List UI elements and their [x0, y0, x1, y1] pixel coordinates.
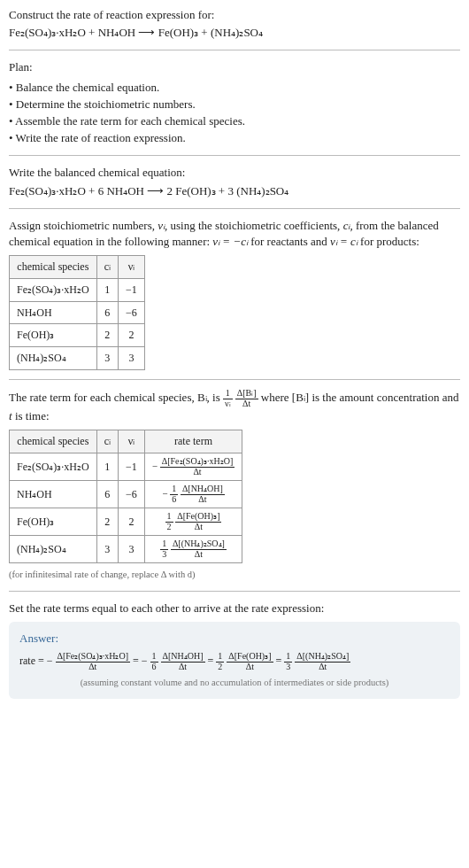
plan-title: Plan:	[9, 59, 460, 75]
frac-coef: 1 6	[150, 652, 158, 671]
cell-ci: 6	[96, 481, 118, 508]
col-ci: cᵢ	[96, 256, 118, 279]
cell-species: NH₄OH	[10, 301, 97, 324]
stoich-text: for reactants and	[248, 235, 330, 248]
col-nui: νᵢ	[119, 430, 145, 453]
plan-section: Plan: • Balance the chemical equation. •…	[9, 59, 460, 146]
plan-item: • Determine the stoichiometric numbers.	[9, 97, 460, 112]
table-header-row: chemical species cᵢ νᵢ rate term	[10, 430, 242, 453]
problem-statement: Construct the rate of reaction expressio…	[9, 7, 460, 41]
frac-conc: Δ[Fe₂(SO₄)₃·xH₂O] Δt	[160, 457, 234, 477]
cell-ci: 2	[96, 324, 118, 347]
frac-num: Δ[Fe(OH)₃]	[175, 512, 221, 523]
frac-num: 1	[170, 484, 178, 495]
frac-num: Δ[Fe₂(SO₄)₃·xH₂O]	[160, 457, 234, 468]
problem-title: Construct the rate of reaction expressio…	[9, 7, 460, 23]
rate-term-text: is time:	[12, 409, 50, 422]
frac-coef: 1 3	[284, 652, 292, 671]
frac-conc: Δ[Fe(OH)₃] Δt	[227, 652, 273, 671]
frac-conc: Δ[NH₄OH] Δt	[181, 484, 225, 504]
divider	[9, 591, 460, 592]
assumption-note: (assuming constant volume and no accumul…	[19, 677, 450, 690]
divider	[9, 208, 460, 209]
cell-ci: 3	[96, 536, 118, 563]
nu-neg-c: νᵢ = −cᵢ	[212, 235, 248, 248]
frac-num: 1	[150, 652, 158, 663]
frac-coef: 1 3	[160, 539, 168, 559]
balanced-title: Write the balanced chemical equation:	[9, 165, 460, 181]
set-equal-text: Set the rate terms equal to each other t…	[9, 601, 460, 616]
frac-coef: 1 2	[165, 512, 173, 531]
cell-nui: 2	[119, 324, 145, 347]
rate-expression: rate = − Δ[Fe₂(SO₄)₃·xH₂O] Δt = − 1 6 Δ[…	[19, 652, 450, 671]
table-row: Fe₂(SO₄)₃·xH₂O 1 −1 − Δ[Fe₂(SO₄)₃·xH₂O] …	[10, 453, 242, 481]
frac-den: Δt	[295, 663, 350, 672]
frac-coef: 1 6	[170, 484, 178, 504]
table-row: (NH₄)₂SO₄ 3 3	[10, 347, 145, 370]
frac-num: 1	[216, 652, 224, 663]
table-row: NH₄OH 6 −6	[10, 301, 145, 324]
frac-den: Δt	[227, 663, 273, 672]
frac-den: Δt	[171, 550, 227, 560]
cell-species: Fe(OH)₃	[10, 324, 97, 347]
frac-num: Δ[(NH₄)₂SO₄]	[295, 652, 350, 663]
frac-conc: Δ[(NH₄)₂SO₄] Δt	[171, 539, 227, 559]
unbalanced-equation: Fe₂(SO₄)₃·xH₂O + NH₄OH ⟶ Fe(OH)₃ + (NH₄)…	[9, 25, 460, 41]
divider	[9, 379, 460, 380]
nu-i: νᵢ	[158, 219, 165, 232]
frac-den: 3	[284, 663, 292, 672]
divider	[9, 155, 460, 156]
frac-num: Δ[(NH₄)₂SO₄]	[171, 539, 227, 550]
cell-ci: 1	[96, 278, 118, 301]
rate-term-text: where [Bᵢ] is the amount concentration a…	[261, 391, 459, 404]
table-header-row: chemical species cᵢ νᵢ	[10, 256, 145, 279]
frac-num: 1	[165, 512, 173, 523]
frac-num: Δ[Fe₂(SO₄)₃·xH₂O]	[56, 652, 130, 663]
sign: =	[276, 655, 285, 667]
frac-den: νᵢ	[223, 399, 233, 409]
sign: = −	[133, 655, 148, 667]
rate-term: = 1 2 Δ[Fe(OH)₃] Δt	[208, 655, 276, 667]
col-species: chemical species	[10, 256, 97, 279]
table-row: Fe₂(SO₄)₃·xH₂O 1 −1	[10, 278, 145, 301]
stoich-section: Assign stoichiometric numbers, νᵢ, using…	[9, 218, 460, 370]
stoich-text: Assign stoichiometric numbers,	[9, 219, 158, 232]
frac-den: 3	[160, 550, 168, 560]
rate-term-text: The rate term for each chemical species,…	[9, 391, 223, 404]
stoich-table: chemical species cᵢ νᵢ Fe₂(SO₄)₃·xH₂O 1 …	[9, 255, 145, 370]
table-row: Fe(OH)₃ 2 2	[10, 324, 145, 347]
cell-nui: −1	[119, 278, 145, 301]
sign: −	[47, 655, 53, 667]
frac-dbi-dt: Δ[Bᵢ] Δt	[235, 389, 258, 408]
frac-conc: Δ[NH₄OH] Δt	[161, 652, 205, 671]
frac-den: 2	[165, 523, 173, 532]
frac-one-over-nu: 1 νᵢ	[223, 389, 233, 408]
plan-item: • Assemble the rate term for each chemic…	[9, 113, 460, 129]
cell-nui: 3	[119, 536, 145, 563]
cell-nui: 3	[119, 347, 145, 370]
table-row: Fe(OH)₃ 2 2 1 2 Δ[Fe(OH)₃] Δt	[10, 508, 242, 536]
cell-nui: 2	[119, 508, 145, 536]
frac-conc: Δ[Fe₂(SO₄)₃·xH₂O] Δt	[56, 652, 130, 671]
nu-eq-c: νᵢ = cᵢ	[330, 235, 358, 248]
cell-rate-term: − 1 6 Δ[NH₄OH] Δt	[144, 481, 242, 508]
cell-rate-term: 1 3 Δ[(NH₄)₂SO₄] Δt	[144, 536, 242, 563]
balanced-section: Write the balanced chemical equation: Fe…	[9, 165, 460, 198]
frac-conc: Δ[(NH₄)₂SO₄] Δt	[295, 652, 350, 671]
frac-den: Δt	[181, 495, 225, 505]
sign: −	[162, 488, 167, 499]
col-species: chemical species	[10, 430, 97, 453]
cell-species: (NH₄)₂SO₄	[10, 536, 97, 563]
plan-item: • Balance the chemical equation.	[9, 80, 460, 96]
frac-num: 1	[223, 389, 233, 399]
frac-den: Δt	[161, 663, 205, 672]
cell-rate-term: − Δ[Fe₂(SO₄)₃·xH₂O] Δt	[144, 453, 242, 481]
rate-prefix: rate =	[19, 655, 47, 667]
cell-species: Fe₂(SO₄)₃·xH₂O	[10, 453, 97, 481]
frac-num: 1	[160, 539, 168, 550]
sign: =	[208, 655, 217, 667]
frac-den: Δt	[56, 663, 130, 672]
cell-species: Fe₂(SO₄)₃·xH₂O	[10, 278, 97, 301]
cell-species: (NH₄)₂SO₄	[10, 347, 97, 370]
frac-den: Δt	[160, 468, 234, 477]
